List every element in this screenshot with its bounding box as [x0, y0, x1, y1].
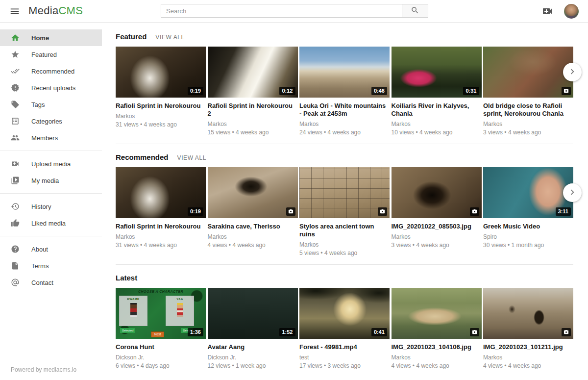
duration-badge: 0:31: [463, 87, 479, 95]
media-title[interactable]: Koiliaris River in Kalyves, Chania: [392, 102, 482, 118]
media-row: CHOOSE A CHARACTERKWAMEYAASelectedNextSe…: [116, 288, 573, 369]
media-title[interactable]: Rafioli Sprint in Nerokourou: [116, 102, 206, 110]
thumbnail[interactable]: 1:52: [208, 288, 298, 339]
thumbnail[interactable]: 0:41: [299, 288, 390, 339]
sidebar-item-label: My media: [31, 177, 59, 184]
sidebar-item-featured[interactable]: Featured: [0, 46, 102, 63]
sidebar-item-about[interactable]: About: [0, 241, 102, 257]
media-card[interactable]: 3:11Greek Music VideoSpiro30 views • 1 m…: [483, 167, 573, 256]
search-input[interactable]: [161, 4, 402, 18]
sidebar-item-tags[interactable]: Tags: [0, 96, 102, 113]
sidebar-item-categories[interactable]: Categories: [0, 113, 102, 129]
media-author[interactable]: Spiro: [483, 233, 573, 240]
game-panel-left: KWAME: [119, 296, 147, 326]
thumbnail[interactable]: [483, 47, 573, 98]
media-card[interactable]: Stylos area ancient town ruinsMarkos5 vi…: [299, 167, 390, 256]
media-author[interactable]: Markos: [483, 121, 573, 127]
media-card[interactable]: 0:46Leuka Ori - White mountains - Peak a…: [299, 47, 390, 136]
media-title[interactable]: Stylos area ancient town ruins: [299, 223, 390, 238]
sidebar-item-label: Home: [31, 34, 49, 42]
media-author[interactable]: Markos: [392, 354, 482, 361]
thumbnail[interactable]: 0:31: [392, 47, 482, 98]
media-title[interactable]: IMG_20201023_104106.jpg: [392, 343, 482, 351]
photo-icon: [562, 328, 571, 336]
media-title[interactable]: IMG_20201022_085503.jpg: [392, 223, 482, 230]
media-card[interactable]: 0:19Rafioli Sprint in NerokourouMarkos31…: [116, 167, 206, 256]
scroll-right-button[interactable]: [563, 183, 582, 202]
thumbnail[interactable]: [392, 167, 482, 218]
thumbnail[interactable]: 0:12: [208, 47, 298, 98]
powered-by[interactable]: Powered by mediacms.io: [11, 366, 76, 373]
media-title[interactable]: Old bridge close to Rafioli sprint, Nero…: [483, 102, 573, 118]
media-card[interactable]: IMG_20201022_085503.jpgMarkos3 views • 4…: [392, 167, 482, 256]
sidebar-item-my-media[interactable]: My media: [0, 172, 102, 189]
media-card[interactable]: 1:52Avatar AangDickson Jr.12 views • 1 w…: [208, 288, 298, 369]
sidebar-item-contact[interactable]: Contact: [0, 274, 102, 291]
media-title[interactable]: IMG_20201023_101211.jpg: [483, 343, 573, 351]
sidebar-item-liked-media[interactable]: Liked media: [0, 215, 102, 231]
avatar[interactable]: [564, 4, 579, 19]
media-card[interactable]: 0:19Rafioli Sprint in NerokourouMarkos31…: [116, 47, 206, 136]
media-author[interactable]: Markos: [483, 354, 573, 361]
section-latest: LatestCHOOSE A CHARACTERKWAMEYAASelected…: [116, 274, 573, 376]
media-card[interactable]: IMG_20201023_101211.jpgMarkos4 views • 4…: [483, 288, 573, 369]
media-title[interactable]: Sarakina cave, Therisso: [208, 223, 298, 230]
duration-badge: 0:19: [188, 207, 203, 216]
media-author[interactable]: Markos: [392, 233, 482, 240]
thumbnail[interactable]: 0:19: [116, 47, 206, 98]
document-icon: [11, 261, 20, 270]
media-card[interactable]: Sarakina cave, TherissoMarkos4 views • 4…: [208, 167, 298, 256]
sidebar-item-terms[interactable]: Terms: [0, 257, 102, 274]
media-title[interactable]: Leuka Ori - White mountains - Peak at 24…: [299, 102, 390, 118]
media-author[interactable]: Markos: [299, 121, 390, 127]
duration-badge: 1:52: [279, 328, 295, 336]
sidebar-item-recent-uploads[interactable]: Recent uploads: [0, 79, 102, 96]
media-card[interactable]: 0:41Forest - 49981.mp4test17 views • 3 w…: [299, 288, 390, 369]
media-card[interactable]: Old bridge close to Rafioli sprint, Nero…: [483, 47, 573, 136]
media-author[interactable]: Dickson Jr.: [208, 354, 298, 361]
media-title[interactable]: Greek Music Video: [483, 223, 573, 230]
view-all-link[interactable]: VIEW ALL: [177, 154, 207, 161]
thumbnail[interactable]: 3:11: [483, 167, 573, 218]
scroll-right-button[interactable]: [563, 63, 582, 81]
media-author[interactable]: Markos: [392, 121, 482, 127]
sidebar-item-history[interactable]: History: [0, 198, 102, 215]
sidebar-item-upload-media[interactable]: Upload media: [0, 155, 102, 172]
media-card[interactable]: 0:31Koiliaris River in Kalyves, ChaniaMa…: [392, 47, 482, 136]
media-author[interactable]: Markos: [116, 233, 206, 240]
thumbnail[interactable]: 0:19: [116, 167, 206, 218]
media-title[interactable]: Corona Hunt: [116, 343, 206, 351]
media-title[interactable]: Rafioli Sprint in Nerokourou: [116, 223, 206, 230]
section-featured: FeaturedVIEW ALL0:19Rafioli Sprint in Ne…: [116, 32, 573, 143]
video-call-icon: [11, 159, 20, 168]
media-author[interactable]: Markos: [208, 121, 298, 127]
media-title[interactable]: Forest - 49981.mp4: [299, 343, 390, 351]
media-card[interactable]: IMG_20201023_104106.jpgMarkos4 views • 4…: [392, 288, 482, 369]
media-author[interactable]: Markos: [299, 241, 390, 248]
sidebar-item-members[interactable]: Members: [0, 129, 102, 146]
media-author[interactable]: Markos: [116, 113, 206, 120]
sidebar-item-recommended[interactable]: Recommended: [0, 63, 102, 79]
view-all-link[interactable]: VIEW ALL: [155, 34, 185, 41]
thumbnail[interactable]: CHOOSE A CHARACTERKWAMEYAASelectedNextSe…: [116, 288, 206, 339]
thumbnail[interactable]: [392, 288, 482, 339]
photo-icon: [562, 87, 571, 95]
brand-logo[interactable]: MediaCMS: [28, 4, 83, 17]
media-card[interactable]: 0:12Rafioli Sprint in Nerokourou 2Markos…: [208, 47, 298, 136]
media-author[interactable]: test: [299, 354, 390, 361]
search-button[interactable]: [402, 4, 428, 18]
upload-video-icon[interactable]: [541, 5, 554, 17]
people-icon: [11, 133, 20, 142]
thumbnail[interactable]: 0:46: [299, 47, 390, 98]
sidebar-item-label: Contact: [31, 279, 53, 286]
media-title[interactable]: Avatar Aang: [208, 343, 298, 351]
media-card[interactable]: CHOOSE A CHARACTERKWAMEYAASelectedNextSe…: [116, 288, 206, 369]
menu-icon[interactable]: [8, 5, 22, 18]
media-author[interactable]: Dickson Jr.: [116, 354, 206, 361]
media-author[interactable]: Markos: [208, 233, 298, 240]
sidebar-item-home[interactable]: Home: [0, 29, 102, 46]
thumbnail[interactable]: [208, 167, 298, 218]
media-title[interactable]: Rafioli Sprint in Nerokourou 2: [208, 102, 298, 118]
thumbnail[interactable]: [483, 288, 573, 339]
thumbnail[interactable]: [299, 167, 390, 218]
